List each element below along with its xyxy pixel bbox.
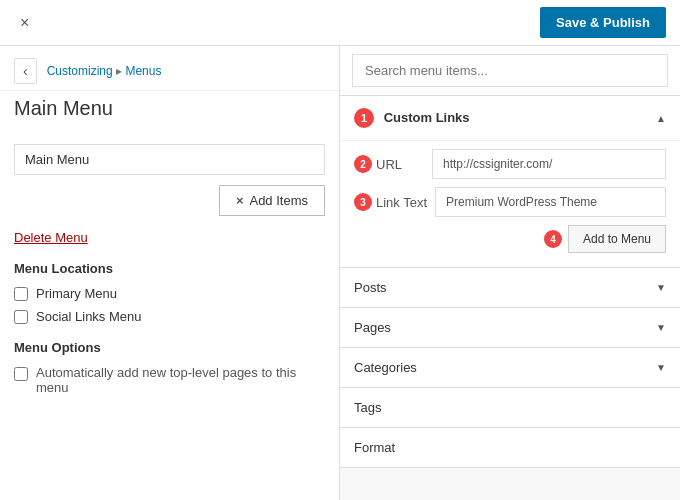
custom-links-body: 2 URL 3 Link Text 4 Add to Menu: [340, 140, 680, 267]
custom-links-section: 1 Custom Links ▲ 2 URL 3: [340, 96, 680, 268]
back-button[interactable]: ‹: [14, 58, 37, 84]
x-icon: ×: [236, 193, 244, 208]
url-input[interactable]: [432, 149, 666, 179]
accordion-format-label: Format: [354, 440, 395, 455]
link-text-input[interactable]: [435, 187, 666, 217]
accordion-categories[interactable]: Categories ▼: [340, 348, 680, 388]
save-publish-button[interactable]: Save & Publish: [540, 7, 666, 38]
delete-menu-link[interactable]: Delete Menu: [14, 230, 325, 245]
left-panel: ‹ Customizing ▸ Menus Main Menu × Add It…: [0, 46, 340, 500]
custom-links-header-content: 1 Custom Links: [354, 108, 470, 128]
primary-menu-checkbox[interactable]: [14, 287, 28, 301]
social-links-menu-checkbox[interactable]: [14, 310, 28, 324]
custom-links-title: Custom Links: [384, 110, 470, 125]
menu-options-title: Menu Options: [14, 340, 325, 355]
link-text-label-container: 3 Link Text: [354, 193, 427, 211]
add-items-label: Add Items: [249, 193, 308, 208]
main-layout: ‹ Customizing ▸ Menus Main Menu × Add It…: [0, 46, 680, 500]
search-bar: [340, 46, 680, 96]
close-button[interactable]: ×: [14, 10, 35, 36]
chevron-up-icon: ▲: [656, 113, 666, 124]
url-label-container: 2 URL: [354, 155, 424, 173]
custom-links-header[interactable]: 1 Custom Links ▲: [340, 96, 680, 140]
add-items-button[interactable]: × Add Items: [219, 185, 325, 216]
step-badge-3: 3: [354, 193, 372, 211]
primary-menu-checkbox-item: Primary Menu: [14, 286, 325, 301]
url-row: 2 URL: [354, 149, 666, 179]
social-links-checkbox-item: Social Links Menu: [14, 309, 325, 324]
breadcrumb: Customizing ▸ Menus: [47, 64, 162, 78]
chevron-down-icon-categories: ▼: [656, 362, 666, 373]
auto-add-checkbox[interactable]: [14, 367, 28, 381]
menu-name-input[interactable]: [14, 144, 325, 175]
page-title: Main Menu: [0, 91, 339, 130]
accordion-format[interactable]: Format: [340, 428, 680, 468]
url-label: URL: [376, 157, 402, 172]
search-input[interactable]: [352, 54, 668, 87]
breadcrumb-bar: ‹ Customizing ▸ Menus: [0, 46, 339, 91]
accordion-list: Posts ▼ Pages ▼ Categories ▼ Tags Format: [340, 268, 680, 468]
accordion-posts-label: Posts: [354, 280, 387, 295]
step-badge-1: 1: [354, 108, 374, 128]
breadcrumb-menus-link[interactable]: Menus: [125, 64, 161, 78]
step-badge-2: 2: [354, 155, 372, 173]
primary-menu-label: Primary Menu: [36, 286, 117, 301]
auto-add-label: Automatically add new top-level pages to…: [36, 365, 325, 395]
accordion-pages[interactable]: Pages ▼: [340, 308, 680, 348]
accordion-categories-label: Categories: [354, 360, 417, 375]
right-panel: 1 Custom Links ▲ 2 URL 3: [340, 46, 680, 500]
accordion-tags[interactable]: Tags: [340, 388, 680, 428]
step-badge-4: 4: [544, 230, 562, 248]
menu-locations-title: Menu Locations: [14, 261, 325, 276]
auto-add-checkbox-item: Automatically add new top-level pages to…: [14, 365, 325, 395]
left-content: × Add Items Delete Menu Menu Locations P…: [0, 130, 339, 409]
add-to-menu-row: 4 Add to Menu: [354, 225, 666, 253]
chevron-down-icon-pages: ▼: [656, 322, 666, 333]
social-links-menu-label: Social Links Menu: [36, 309, 142, 324]
menu-options-section: Menu Options Automatically add new top-l…: [14, 340, 325, 395]
chevron-down-icon-posts: ▼: [656, 282, 666, 293]
accordion-pages-label: Pages: [354, 320, 391, 335]
breadcrumb-separator: ▸: [116, 64, 125, 78]
add-to-menu-button[interactable]: Add to Menu: [568, 225, 666, 253]
link-text-row: 3 Link Text: [354, 187, 666, 217]
link-text-label: Link Text: [376, 195, 427, 210]
accordion-tags-label: Tags: [354, 400, 381, 415]
top-bar: × Save & Publish: [0, 0, 680, 46]
breadcrumb-customizing[interactable]: Customizing: [47, 64, 113, 78]
accordion-posts[interactable]: Posts ▼: [340, 268, 680, 308]
